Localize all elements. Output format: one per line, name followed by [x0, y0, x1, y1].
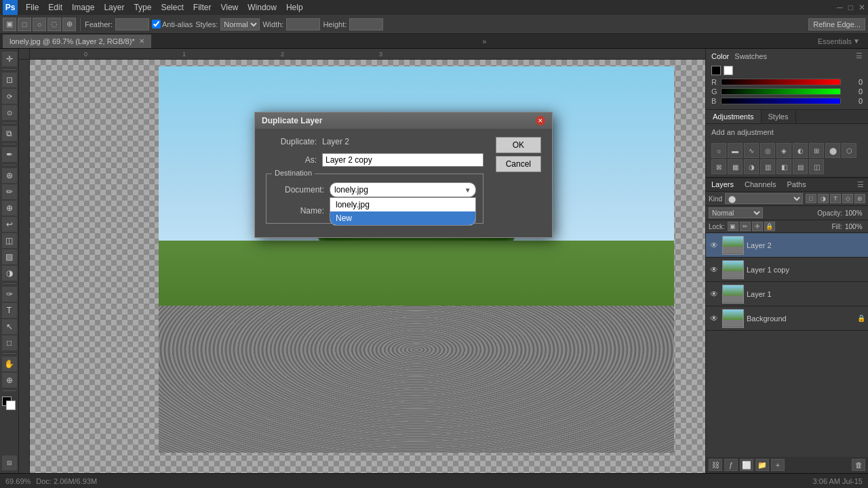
- hand-tool[interactable]: ✋: [2, 357, 17, 371]
- gradient-map-adj[interactable]: ▤: [793, 159, 808, 174]
- fg-color-swatch[interactable]: [711, 66, 721, 75]
- tool-lasso[interactable]: ◌: [47, 18, 61, 31]
- minimize-btn[interactable]: ─: [837, 3, 843, 12]
- as-input[interactable]: Layer 2 copy: [322, 153, 484, 167]
- delete-layer-btn[interactable]: 🗑: [852, 459, 865, 471]
- maximize-btn[interactable]: □: [848, 3, 853, 12]
- lock-transparent[interactable]: ▣: [728, 222, 738, 231]
- threshold-adj[interactable]: ◧: [776, 159, 791, 174]
- bg-color-swatch[interactable]: [724, 66, 733, 75]
- color-tab[interactable]: Color: [711, 52, 729, 60]
- tool-add[interactable]: ⊕: [62, 18, 76, 31]
- quick-select-tool[interactable]: ⊙: [2, 105, 17, 120]
- active-tab[interactable]: lonely.jpg @ 69.7% (Layer 2, RGB/8)* ✕: [3, 35, 151, 48]
- dialog-close-button[interactable]: ✕: [536, 116, 545, 125]
- new-group-btn[interactable]: 📁: [755, 459, 769, 471]
- option-lonely-jpg[interactable]: lonely.jpg: [330, 198, 475, 211]
- layers-tab[interactable]: Layers: [706, 178, 739, 191]
- crop-tool[interactable]: ⧉: [2, 126, 17, 141]
- tab-close-icon[interactable]: ✕: [139, 37, 144, 45]
- shape-tool[interactable]: □: [2, 336, 17, 350]
- tool-preset-picker[interactable]: ▣: [3, 18, 16, 31]
- filter-pixel[interactable]: □: [806, 194, 816, 203]
- refine-edge-button[interactable]: Refine Edge...: [808, 18, 865, 30]
- menu-layer[interactable]: Layer: [100, 1, 128, 14]
- add-mask-btn[interactable]: ⬜: [740, 459, 753, 471]
- menu-select[interactable]: Select: [157, 1, 187, 14]
- eyedropper-tool[interactable]: ✒: [2, 147, 17, 162]
- pen-tool[interactable]: ✑: [2, 287, 17, 302]
- heal-tool[interactable]: ⊛: [2, 168, 17, 183]
- adjustments-tab[interactable]: Adjustments: [706, 110, 762, 123]
- tab-expander[interactable]: »: [479, 37, 489, 45]
- screen-mode[interactable]: ⊟: [2, 455, 17, 470]
- blend-mode-select[interactable]: Normal: [709, 207, 763, 218]
- layer-item-layer1copy[interactable]: 👁 Layer 1 copy: [706, 258, 868, 282]
- gradient-tool[interactable]: ▨: [2, 249, 17, 264]
- paths-tab[interactable]: Paths: [782, 178, 812, 191]
- background-color[interactable]: [6, 401, 16, 410]
- kind-select[interactable]: ⬤: [725, 193, 803, 204]
- menu-edit[interactable]: Edit: [44, 1, 66, 14]
- filter-adj[interactable]: ◑: [818, 194, 829, 203]
- channel-mixer-adj[interactable]: ⊠: [711, 159, 726, 174]
- lock-pixels[interactable]: ✏: [740, 222, 751, 231]
- styles-select[interactable]: Normal: [220, 18, 260, 30]
- dodge-tool[interactable]: ◑: [2, 266, 17, 281]
- clone-tool[interactable]: ⊕: [2, 201, 17, 216]
- zoom-tool[interactable]: ⊕: [2, 373, 17, 388]
- brush-tool[interactable]: ✏: [2, 184, 17, 199]
- filter-type[interactable]: T: [830, 194, 841, 203]
- channels-tab[interactable]: Channels: [739, 178, 781, 191]
- tool-rect[interactable]: □: [18, 18, 31, 31]
- height-input[interactable]: [349, 18, 383, 30]
- color-balance-adj[interactable]: ⊞: [809, 143, 824, 158]
- levels-adj[interactable]: ▬: [728, 143, 743, 158]
- eye-layer1[interactable]: 👁: [709, 289, 719, 299]
- hue-adj[interactable]: ◐: [793, 143, 808, 158]
- b-slider[interactable]: [721, 98, 841, 104]
- ok-button[interactable]: OK: [496, 137, 541, 153]
- swatches-tab[interactable]: Swatches: [734, 52, 767, 60]
- text-tool[interactable]: T: [2, 303, 17, 318]
- option-new[interactable]: New: [330, 211, 475, 225]
- close-btn[interactable]: ✕: [859, 3, 865, 12]
- menu-filter[interactable]: Filter: [189, 1, 216, 14]
- menu-type[interactable]: Type: [130, 1, 155, 14]
- r-slider[interactable]: [721, 79, 841, 85]
- add-style-btn[interactable]: ƒ: [724, 459, 738, 471]
- color-lookup-adj[interactable]: ▦: [728, 159, 743, 174]
- exposure-adj[interactable]: ◎: [760, 143, 775, 158]
- eye-layer1copy[interactable]: 👁: [709, 265, 719, 274]
- color-boxes[interactable]: [2, 396, 17, 411]
- document-dropdown[interactable]: lonely.jpg ▼: [330, 182, 476, 197]
- lock-all[interactable]: 🔒: [764, 222, 775, 231]
- invert-adj[interactable]: ◑: [744, 159, 759, 174]
- lasso-tool[interactable]: ⟳: [2, 89, 17, 104]
- eye-background[interactable]: 👁: [709, 314, 719, 323]
- history-tool[interactable]: ↩: [2, 217, 17, 232]
- marquee-tool[interactable]: ⊡: [2, 73, 17, 87]
- selective-color-adj[interactable]: ◫: [809, 159, 824, 174]
- bw-adj[interactable]: ⬤: [825, 143, 840, 158]
- layer-item-background[interactable]: 👁 Background 🔒: [706, 306, 868, 331]
- curves-adj[interactable]: ∿: [744, 143, 759, 158]
- eraser-tool[interactable]: ◫: [2, 233, 17, 248]
- feather-input[interactable]: [115, 18, 149, 30]
- lock-position[interactable]: ✛: [752, 222, 763, 231]
- path-select-tool[interactable]: ↖: [2, 319, 17, 334]
- link-layers-btn[interactable]: ⛓: [709, 459, 722, 471]
- eye-layer2[interactable]: 👁: [709, 241, 719, 250]
- vibrance-adj[interactable]: ◈: [776, 143, 791, 158]
- layer-item-layer1[interactable]: 👁 Layer 1: [706, 282, 868, 306]
- new-layer-btn[interactable]: +: [771, 459, 785, 471]
- menu-view[interactable]: View: [216, 1, 242, 14]
- panel-options-icon[interactable]: ☰: [856, 52, 863, 60]
- tool-oval[interactable]: ○: [33, 18, 46, 31]
- filter-shape[interactable]: ◇: [842, 194, 853, 203]
- cancel-button[interactable]: Cancel: [496, 156, 541, 172]
- menu-window[interactable]: Window: [243, 1, 281, 14]
- move-tool[interactable]: ✛: [2, 52, 17, 66]
- menu-image[interactable]: Image: [68, 1, 98, 14]
- posterize-adj[interactable]: ▥: [760, 159, 775, 174]
